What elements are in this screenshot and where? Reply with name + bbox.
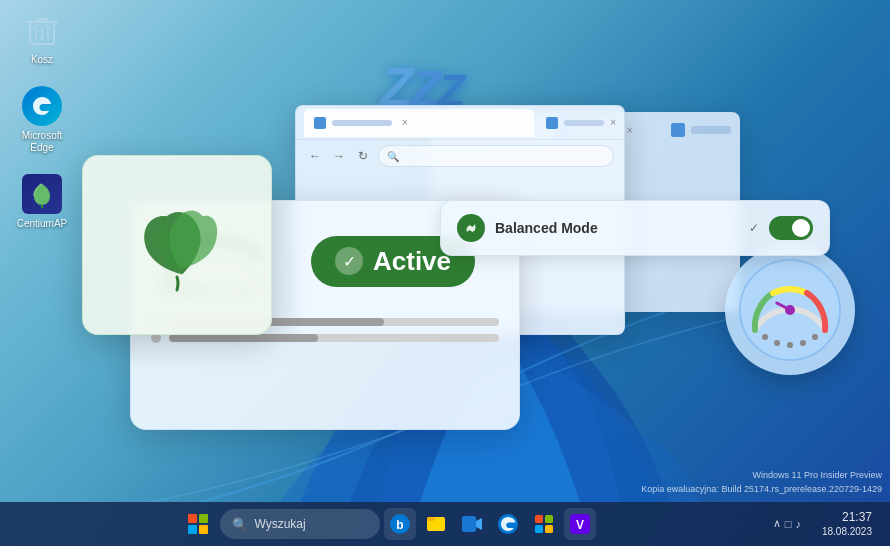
svg-point-6 bbox=[762, 334, 768, 340]
nav-refresh-btn[interactable]: ↻ bbox=[354, 147, 372, 165]
recycle-bin-label: Kosz bbox=[31, 54, 53, 66]
progress-bar-fill-2 bbox=[169, 334, 318, 342]
svg-rect-14 bbox=[427, 517, 435, 521]
os-info-line1: Windows 11 Pro Insider Preview bbox=[641, 469, 882, 483]
svg-point-8 bbox=[787, 342, 793, 348]
leaf-app-card bbox=[82, 155, 272, 335]
search-box[interactable]: 🔍 Wyszukaj bbox=[220, 509, 380, 539]
taskbar-store-icon[interactable] bbox=[528, 508, 560, 540]
balanced-check-mark: ✓ bbox=[749, 221, 759, 235]
nav-forward-btn[interactable]: → bbox=[330, 147, 348, 165]
tab-close-front2[interactable]: × bbox=[610, 117, 616, 128]
tab-close-front[interactable]: × bbox=[402, 117, 408, 128]
active-tab-line bbox=[332, 120, 392, 126]
svg-point-9 bbox=[800, 340, 806, 346]
svg-point-5 bbox=[785, 305, 795, 315]
search-icon: 🔍 bbox=[232, 517, 248, 532]
active-check-icon: ✓ bbox=[335, 247, 363, 275]
clock[interactable]: 21:37 18.08.2023 bbox=[807, 509, 872, 540]
tray-chevron[interactable]: ∧ bbox=[773, 517, 781, 530]
search-placeholder: Wyszukaj bbox=[254, 517, 305, 531]
edge-label: Microsoft Edge bbox=[10, 130, 74, 154]
search-icon-small: 🔍 bbox=[387, 151, 399, 162]
leaf-app-logo bbox=[127, 195, 227, 295]
active-label: Active bbox=[373, 246, 451, 277]
progress-bar-bg-2 bbox=[169, 334, 499, 342]
taskbar-end-spacer bbox=[878, 509, 880, 539]
svg-text:V: V bbox=[576, 518, 584, 532]
tab-label-line bbox=[691, 126, 731, 134]
svg-rect-17 bbox=[535, 515, 543, 523]
balanced-mode-icon bbox=[457, 214, 485, 242]
tab-new-btn bbox=[671, 123, 685, 137]
tab-close2[interactable]: × bbox=[627, 125, 633, 136]
taskbar-velvet-icon[interactable]: V bbox=[564, 508, 596, 540]
taskbar-video-icon[interactable] bbox=[456, 508, 488, 540]
svg-point-7 bbox=[774, 340, 780, 346]
browser-tab-active[interactable]: × bbox=[304, 109, 534, 137]
address-bar[interactable]: 🔍 bbox=[378, 145, 614, 167]
svg-rect-15 bbox=[462, 516, 476, 532]
active-tab-indicator bbox=[314, 117, 326, 129]
tab2-line bbox=[564, 120, 604, 126]
tray-wifi[interactable]: □ bbox=[785, 518, 792, 530]
taskbar-explorer-icon[interactable] bbox=[420, 508, 452, 540]
system-tray: ∧ □ ♪ bbox=[773, 517, 801, 530]
toggle-knob bbox=[792, 219, 810, 237]
balanced-mode-panel: Balanced Mode ✓ bbox=[440, 200, 830, 256]
svg-rect-20 bbox=[545, 525, 553, 533]
edge-icon[interactable]: Microsoft Edge bbox=[10, 86, 74, 154]
nav-back-btn[interactable]: ← bbox=[306, 147, 324, 165]
tab2-indicator bbox=[546, 117, 558, 129]
start-button[interactable] bbox=[180, 506, 216, 542]
taskbar-bing-icon[interactable]: b bbox=[384, 508, 416, 540]
balanced-mode-toggle[interactable] bbox=[769, 216, 813, 240]
svg-rect-18 bbox=[545, 515, 553, 523]
recycle-bin-icon[interactable]: Kosz bbox=[10, 10, 74, 66]
speed-gauge-card bbox=[725, 245, 855, 375]
svg-point-10 bbox=[812, 334, 818, 340]
windows-logo bbox=[188, 514, 208, 534]
os-info-line2: Kopia ewaluacyjna: Build 25174.rs_prerel… bbox=[641, 483, 882, 497]
clock-time: 21:37 bbox=[842, 509, 872, 526]
taskbar-edge-icon[interactable] bbox=[492, 508, 524, 540]
taskbar: 🔍 Wyszukaj b bbox=[0, 502, 890, 546]
svg-rect-19 bbox=[535, 525, 543, 533]
svg-text:b: b bbox=[397, 518, 404, 532]
tray-sound[interactable]: ♪ bbox=[796, 518, 802, 530]
os-info: Windows 11 Pro Insider Preview Kopia ewa… bbox=[641, 469, 882, 496]
balanced-mode-label: Balanced Mode bbox=[495, 220, 739, 236]
clock-date: 18.08.2023 bbox=[822, 525, 872, 539]
